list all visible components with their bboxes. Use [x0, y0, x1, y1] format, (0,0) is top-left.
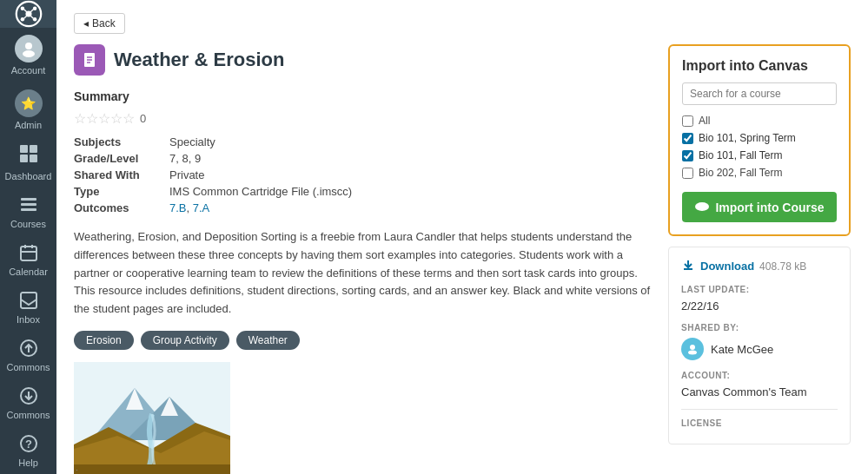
svg-rect-12	[20, 145, 28, 153]
summary-label: Summary	[74, 89, 651, 103]
svg-line-6	[23, 10, 27, 13]
svg-line-7	[30, 10, 33, 13]
rating-row: ☆☆☆☆☆ 0	[74, 110, 651, 127]
sidebar-item-help-label: Help	[18, 458, 38, 468]
subjects-key: Subjects	[74, 135, 169, 148]
course-bio101spring-label: Bio 101, Spring Term	[699, 132, 796, 144]
course-bio101fall-checkbox[interactable]	[682, 150, 693, 161]
resource-icon	[74, 44, 105, 76]
back-button[interactable]: ◂ Back	[74, 13, 125, 34]
thumbnail-caption: ;	[76, 467, 78, 474]
shared-by-name: Kate McGee	[711, 343, 773, 356]
last-update-value: 2/22/16	[681, 300, 838, 313]
sidebar-item-help[interactable]: ? Help	[0, 427, 56, 474]
download-row: Download 408.78 kB	[681, 258, 838, 274]
shared-by-label: SHARED BY:	[681, 323, 838, 332]
last-update-label: LAST UPDATE:	[681, 285, 838, 294]
meta-type: Type IMS Common Cartridge File (.imscc)	[74, 185, 651, 198]
sidebar-item-courses[interactable]: Courses	[0, 188, 56, 236]
import-card-title: Import into Canvas	[682, 58, 837, 74]
meta-shared: Shared With Private	[74, 168, 651, 181]
sidebar-item-calendar-label: Calendar	[9, 267, 48, 277]
dashboard-icon	[19, 144, 38, 168]
main-content: ◂ Back Weather & Erosion Summary	[56, 0, 868, 474]
back-arrow-icon: ◂	[83, 17, 89, 30]
sidebar: Account ⭐ Admin Dashboard Courses	[0, 0, 56, 474]
download-icon	[681, 258, 695, 274]
back-button-label: Back	[92, 17, 116, 30]
left-content: Weather & Erosion Summary ☆☆☆☆☆ 0 Subjec…	[74, 44, 651, 474]
license-label: LICENSE	[681, 418, 838, 428]
help-icon: ?	[19, 434, 38, 455]
grade-val: 7, 8, 9	[169, 152, 201, 165]
course-item-bio202fall: Bio 202, Fall Term	[682, 164, 837, 181]
commons-icon	[19, 386, 38, 407]
course-bio101spring-checkbox[interactable]	[682, 133, 693, 144]
last-update-section: LAST UPDATE: 2/22/16	[681, 285, 838, 313]
svg-rect-13	[30, 145, 37, 153]
info-card: Download 408.78 kB LAST UPDATE: 2/22/16 …	[668, 247, 851, 444]
import-cloud-icon	[694, 200, 710, 214]
outcome-7b-link[interactable]: 7.B	[169, 201, 187, 214]
meta-subjects: Subjects Specialty	[74, 135, 651, 148]
svg-line-8	[23, 16, 27, 19]
app-logo[interactable]	[0, 0, 56, 28]
account-section: ACCOUNT: Canvas Common's Team	[681, 371, 838, 398]
svg-point-47	[688, 351, 697, 355]
tag-group-activity: Group Activity	[141, 331, 229, 350]
sidebar-item-commons2[interactable]: Commons	[0, 379, 56, 427]
shared-by-row: Kate McGee	[681, 338, 838, 360]
subjects-val: Specialty	[169, 135, 215, 148]
license-section: LICENSE	[681, 409, 838, 428]
course-bio101fall-label: Bio 101, Fall Term	[699, 149, 783, 161]
import-into-course-button[interactable]: Import into Course	[682, 192, 837, 222]
course-search-input[interactable]	[682, 82, 837, 105]
commons-upload-icon	[19, 339, 38, 359]
grade-key: Grade/Level	[74, 152, 169, 165]
course-bio202fall-checkbox[interactable]	[682, 168, 693, 179]
tags-section: Erosion Group Activity Weather	[74, 331, 651, 350]
resource-thumbnail: ;	[74, 362, 230, 474]
import-card: Import into Canvas All Bio 101, Spring T…	[668, 44, 851, 236]
sidebar-item-commons1[interactable]: Commons	[0, 332, 56, 379]
account-avatar	[15, 35, 43, 63]
sidebar-item-admin[interactable]: ⭐ Admin	[0, 82, 56, 137]
meta-grade: Grade/Level 7, 8, 9	[74, 152, 651, 165]
summary-section: Summary ☆☆☆☆☆ 0 Subjects Specialty Grade…	[74, 89, 651, 214]
svg-rect-14	[20, 155, 28, 162]
calendar-icon	[19, 243, 38, 264]
type-val: IMS Common Cartridge File (.imscc)	[169, 185, 352, 198]
course-bio202fall-label: Bio 202, Fall Term	[699, 167, 783, 179]
sidebar-item-account-label: Account	[11, 65, 46, 76]
account-label: ACCOUNT:	[681, 371, 838, 380]
course-all-checkbox[interactable]	[682, 115, 693, 127]
svg-rect-41	[74, 464, 230, 474]
sidebar-item-account[interactable]: Account	[0, 28, 56, 82]
download-link[interactable]: Download	[700, 260, 754, 273]
shared-val: Private	[169, 168, 204, 181]
type-key: Type	[74, 185, 169, 198]
svg-rect-17	[21, 203, 36, 206]
shared-key: Shared With	[74, 168, 169, 181]
shared-by-avatar	[681, 338, 704, 360]
rating-stars: ☆☆☆☆☆	[74, 110, 135, 127]
tag-erosion: Erosion	[74, 331, 134, 350]
sidebar-item-dashboard[interactable]: Dashboard	[0, 137, 56, 188]
sidebar-item-inbox-label: Inbox	[17, 314, 40, 325]
account-value: Canvas Common's Team	[681, 385, 838, 398]
sidebar-item-admin-label: Admin	[15, 120, 42, 130]
course-item-bio101spring: Bio 101, Spring Term	[682, 129, 837, 147]
sidebar-item-calendar[interactable]: Calendar	[0, 236, 56, 284]
course-list: All Bio 101, Spring Term Bio 101, Fall T…	[682, 112, 837, 181]
outcomes-key: Outcomes	[74, 201, 169, 214]
inbox-icon	[19, 291, 38, 312]
outcome-7a-link[interactable]: 7.A	[193, 201, 210, 214]
resource-description: Weathering, Erosion, and Deposition Sort…	[74, 228, 651, 319]
content-area: Weather & Erosion Summary ☆☆☆☆☆ 0 Subjec…	[74, 44, 851, 474]
svg-rect-18	[21, 208, 36, 211]
sidebar-item-commons1-label: Commons	[6, 362, 50, 372]
shared-by-section: SHARED BY: Kate McGee	[681, 323, 838, 360]
resource-header: Weather & Erosion	[74, 44, 651, 76]
rating-count: 0	[140, 112, 146, 125]
sidebar-item-inbox[interactable]: Inbox	[0, 284, 56, 332]
